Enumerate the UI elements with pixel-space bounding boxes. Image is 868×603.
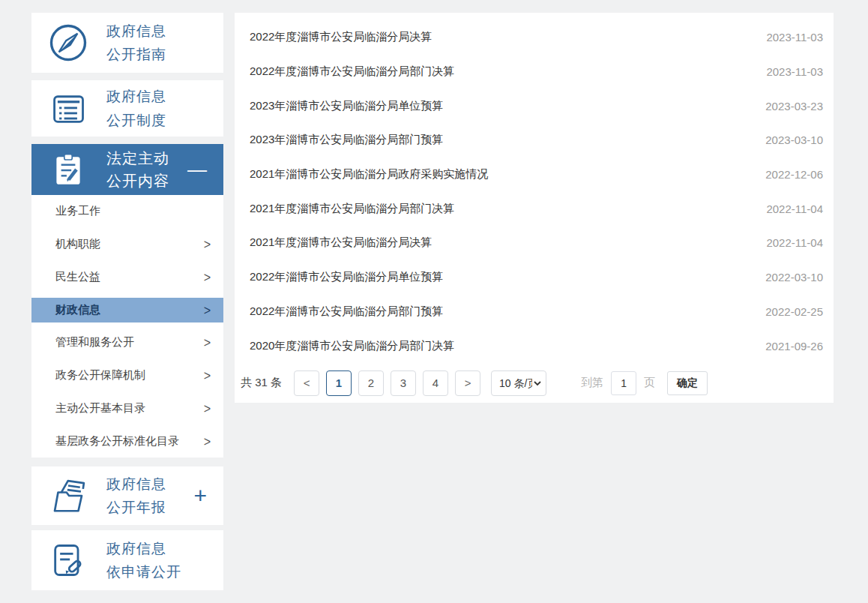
chevron-left-icon: < <box>304 376 310 389</box>
submenu-item[interactable]: 政务公开保障机制 > <box>31 358 223 392</box>
page-number-label: 2 <box>368 376 374 389</box>
page-size-select-wrap: 10 条/页 <box>491 370 546 396</box>
page-number-button[interactable]: 2 <box>358 370 384 396</box>
submenu-item-label: 财政信息 <box>55 303 100 317</box>
publish-date: 2022-02-25 <box>765 305 823 318</box>
expand-plus-icon[interactable]: + <box>193 484 207 507</box>
submenu-item[interactable]: 民生公益 > <box>31 261 223 294</box>
sidebar-item-label: 政府信息 公开指南 <box>106 20 166 67</box>
pagination-bar: 共 31 条 < 1 2 3 4 > 10 条/页 <box>241 370 834 396</box>
document-title-link[interactable]: 2022年淄博市公安局临淄分局部门预算 <box>250 304 750 319</box>
document-list: 2022年度淄博市公安局临淄分局决算 2023-11-03 2022年度淄博市公… <box>235 13 834 363</box>
submenu-item[interactable]: 主动公开基本目录 > <box>31 392 223 424</box>
list-item[interactable]: 2021年度淄博市公安局临淄分局部门决算 2022-11-04 <box>235 191 834 226</box>
goto-page-prefix: 到第 <box>581 376 603 390</box>
prev-page-button[interactable]: < <box>294 370 319 396</box>
chevron-right-icon: > <box>204 401 211 416</box>
confirm-button[interactable]: 确定 <box>667 371 708 395</box>
chevron-right-icon: > <box>204 237 211 251</box>
list-item[interactable]: 2021年淄博市公安局临淄分局政府采购实施情况 2022-12-06 <box>235 158 834 192</box>
submenu-item-label: 机构职能 <box>55 237 100 251</box>
submenu-item[interactable]: 管理和服务公开 > <box>31 326 223 359</box>
page-number-label: 1 <box>336 376 342 389</box>
document-pen-icon <box>46 538 90 582</box>
list-item[interactable]: 2022年淄博市公安局临淄分局部门预算 2022-02-25 <box>235 295 834 329</box>
list-item[interactable]: 2023年淄博市公安局临淄分局单位预算 2023-03-23 <box>235 88 834 123</box>
list-item[interactable]: 2022年度淄博市公安局临淄分局决算 2023-11-03 <box>235 20 834 55</box>
page-number-button[interactable]: 1 <box>326 370 352 396</box>
document-title-link[interactable]: 2022年淄博市公安局临淄分局单位预算 <box>250 270 750 284</box>
notebook-icon <box>46 87 90 130</box>
sidebar-item-label: 政府信息 公开制度 <box>106 85 166 132</box>
publish-date: 2022-12-06 <box>765 168 823 181</box>
clipboard-pen-icon <box>46 148 90 191</box>
document-title-link[interactable]: 2022年度淄博市公安局临淄分局部门决算 <box>250 64 751 79</box>
submenu-item[interactable]: 基层政务公开标准化目录 > <box>31 424 223 458</box>
publish-date: 2022-03-10 <box>765 271 823 284</box>
publish-date: 2022-11-04 <box>766 236 823 249</box>
submenu-item[interactable]: 业务工作 > <box>31 195 223 228</box>
document-list-panel: 2022年度淄博市公安局临淄分局决算 2023-11-03 2022年度淄博市公… <box>235 13 834 403</box>
chevron-right-icon: > <box>204 434 211 448</box>
next-page-button[interactable]: > <box>455 370 480 396</box>
chevron-right-icon: > <box>204 335 211 350</box>
submenu-item[interactable]: 财政信息 > <box>31 298 223 322</box>
page-number-label: 4 <box>433 376 438 389</box>
page-number-button[interactable]: 3 <box>391 370 416 396</box>
document-title-link[interactable]: 2021年度淄博市公安局临淄分局部门决算 <box>250 202 751 216</box>
submenu-item-label: 民生公益 <box>55 270 100 284</box>
sidebar-section-label: 法定主动 公开内容 <box>106 147 169 192</box>
goto-page-input[interactable] <box>611 371 636 395</box>
sidebar-item-disclosure-by-request[interactable]: 政府信息 依申请公开 <box>31 530 223 590</box>
sidebar-item-label: 政府信息 依申请公开 <box>106 537 181 584</box>
document-title-link[interactable]: 2020年度淄博市公安局临淄分局部门决算 <box>250 339 750 353</box>
list-item[interactable]: 2021年度淄博市公安局临淄分局决算 2022-11-04 <box>235 226 834 260</box>
submenu-item-label: 政务公开保障机制 <box>55 368 145 382</box>
publish-date: 2021-09-26 <box>765 340 823 352</box>
list-item[interactable]: 2023年淄博市公安局临淄分局部门预算 2023-03-10 <box>235 123 834 158</box>
page-number-label: 3 <box>400 376 406 389</box>
sidebar-item-label: 政府信息 公开年报 <box>106 472 166 520</box>
compass-icon <box>46 21 90 64</box>
publish-date: 2022-11-04 <box>766 202 823 215</box>
chevron-right-icon: > <box>204 368 211 382</box>
list-item[interactable]: 2020年度淄博市公安局临淄分局部门决算 2021-09-26 <box>235 328 834 363</box>
submenu-item-label: 业务工作 <box>55 204 100 218</box>
document-title-link[interactable]: 2022年度淄博市公安局临淄分局决算 <box>250 30 751 44</box>
publish-date: 2023-11-03 <box>766 31 823 44</box>
document-title-link[interactable]: 2023年淄博市公安局临淄分局单位预算 <box>250 99 750 113</box>
sidebar-section-legal-disclosure[interactable]: 法定主动 公开内容 — <box>31 144 223 195</box>
sidebar-item-disclosure-guide[interactable]: 政府信息 公开指南 <box>31 13 223 73</box>
submenu-item-label: 基层政务公开标准化目录 <box>55 434 179 448</box>
submenu-item-label: 管理和服务公开 <box>55 335 134 350</box>
page-number-button[interactable]: 4 <box>423 370 448 396</box>
goto-page-suffix: 页 <box>644 376 655 390</box>
sidebar-item-disclosure-system[interactable]: 政府信息 公开制度 <box>31 80 223 136</box>
publish-date: 2023-11-03 <box>766 65 823 78</box>
document-title-link[interactable]: 2021年淄博市公安局临淄分局政府采购实施情况 <box>250 167 750 182</box>
document-title-link[interactable]: 2023年淄博市公安局临淄分局部门预算 <box>250 133 750 147</box>
publish-date: 2023-03-10 <box>765 134 823 146</box>
total-count: 共 31 条 <box>241 376 282 390</box>
submenu-item[interactable]: 机构职能 > <box>31 228 223 261</box>
chevron-right-icon: > <box>204 303 211 317</box>
page-size-select[interactable]: 10 条/页 <box>491 370 546 396</box>
collapse-minus-icon[interactable]: — <box>187 160 207 179</box>
sidebar-item-annual-report[interactable]: 政府信息 公开年报 + <box>31 466 223 525</box>
chevron-right-icon: > <box>465 376 471 389</box>
document-title-link[interactable]: 2021年度淄博市公安局临淄分局决算 <box>250 236 751 250</box>
list-item[interactable]: 2022年淄博市公安局临淄分局单位预算 2022-03-10 <box>235 260 834 295</box>
publish-date: 2023-03-23 <box>765 100 823 112</box>
submenu-item-label: 主动公开基本目录 <box>55 401 145 416</box>
chevron-right-icon: > <box>204 270 211 284</box>
folder-report-icon <box>46 474 90 518</box>
legal-disclosure-submenu: 业务工作 > 机构职能 > 民生公益 > 财政信息 > 管理和服务公开 > 政务… <box>31 195 223 458</box>
list-item[interactable]: 2022年度淄博市公安局临淄分局部门决算 2023-11-03 <box>235 55 834 89</box>
